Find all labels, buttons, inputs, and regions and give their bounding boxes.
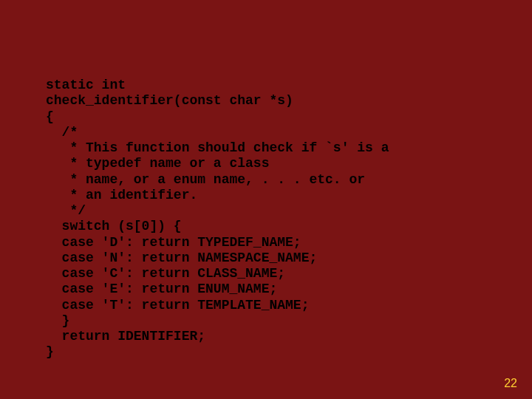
code-line: return IDENTIFIER;	[46, 329, 205, 344]
code-line: case 'C': return CLASS_NAME;	[46, 266, 285, 281]
code-line: /*	[46, 125, 78, 140]
code-line: * typedef name or a class	[46, 156, 269, 171]
code-line: case 'D': return TYPEDEF_NAME;	[46, 235, 301, 250]
code-line: */	[46, 203, 86, 218]
code-block: static int check_identifier(const char *…	[46, 62, 389, 360]
code-line: static int	[46, 78, 126, 92]
code-line: {	[46, 109, 54, 124]
code-line: switch (s[0]) {	[46, 219, 182, 233]
slide: static int check_identifier(const char *…	[0, 0, 532, 399]
code-line: case 'E': return ENUM_NAME;	[46, 282, 277, 296]
code-line: case 'N': return NAMESPACE_NAME;	[46, 250, 317, 265]
page-number: 22	[504, 377, 517, 390]
code-line: * an identifier.	[46, 188, 197, 202]
code-line: * This function should check if `s' is a	[46, 140, 389, 155]
code-line: }	[46, 344, 54, 359]
code-line: case 'T': return TEMPLATE_NAME;	[46, 298, 309, 313]
code-line: }	[46, 313, 69, 328]
code-line: * name, or a enum name, . . . etc. or	[46, 172, 365, 187]
code-line: check_identifier(const char *s)	[46, 93, 293, 108]
